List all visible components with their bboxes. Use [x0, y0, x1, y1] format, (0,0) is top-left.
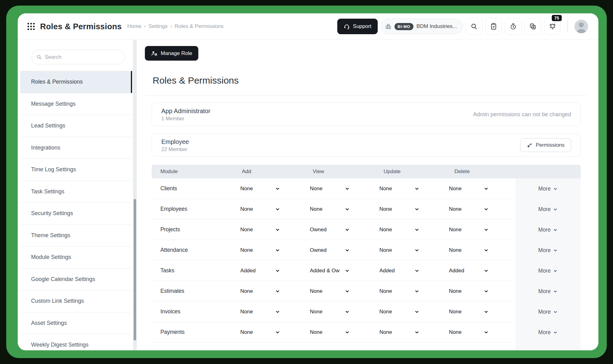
sidebar-item[interactable]: Weekly Digest Settings	[20, 334, 132, 350]
chevron-down-icon	[345, 186, 350, 191]
chevron-down-icon	[414, 248, 419, 253]
tasks-button[interactable]	[485, 18, 502, 35]
app-window: Roles & Permissions HomeSettingsRoles & …	[18, 13, 598, 350]
sidebar-item-label: Module Settings	[31, 254, 71, 260]
chevron-down-icon	[414, 268, 419, 273]
app-grid-icon[interactable]	[27, 22, 35, 30]
sidebar-item[interactable]: Theme Settings	[20, 224, 132, 247]
chevron-down-icon	[414, 227, 419, 232]
sidebar-item[interactable]: Roles & Permissions	[20, 71, 132, 93]
update-permission-select[interactable]: None	[373, 247, 443, 253]
module-name: Projects	[152, 226, 234, 233]
search-input[interactable]	[31, 50, 125, 64]
update-permission-select[interactable]: None	[373, 186, 443, 192]
chevron-down-icon	[275, 207, 280, 212]
add-permission-select[interactable]: None	[234, 247, 304, 253]
breadcrumb-item[interactable]: Settings	[149, 23, 172, 30]
top-bar: Roles & Permissions HomeSettingsRoles & …	[18, 13, 598, 40]
more-button[interactable]: More	[515, 302, 581, 322]
update-permission-select[interactable]: None	[373, 206, 443, 212]
sidebar-item[interactable]: Time Log Settings	[20, 159, 132, 181]
add-permission-select[interactable]: None	[234, 309, 304, 315]
search-button[interactable]	[466, 18, 482, 35]
more-button[interactable]: More	[515, 178, 581, 199]
search-icon	[470, 23, 478, 30]
timer-button[interactable]	[505, 18, 522, 35]
add-permission-select[interactable]: None	[234, 186, 304, 192]
manage-role-button[interactable]: Manage Role	[145, 46, 198, 61]
avatar[interactable]	[574, 20, 588, 33]
chevron-down-icon	[484, 248, 489, 253]
column-header-update: Update	[377, 168, 448, 175]
update-permission-select[interactable]: Added	[373, 268, 443, 274]
sidebar-item-label: Task Settings	[31, 188, 64, 195]
sidebar-item[interactable]: Custom Link Settings	[20, 290, 132, 312]
update-permission-select[interactable]: None	[373, 288, 443, 294]
chevron-down-icon	[484, 330, 489, 335]
sidebar-search	[31, 50, 125, 64]
update-permission-select[interactable]: None	[373, 309, 443, 315]
more-button[interactable]: More	[515, 322, 581, 343]
permissions-table: Module Add View Update Delete Clients No…	[152, 165, 581, 350]
view-permission-select[interactable]: Owned	[304, 227, 373, 233]
delete-permission-select[interactable]: None	[443, 186, 512, 192]
chevron-down-icon	[414, 330, 419, 335]
sidebar-item[interactable]: Integrations	[20, 137, 132, 159]
column-header-module: Module	[152, 168, 236, 175]
delete-permission-select[interactable]: None	[443, 309, 512, 315]
headset-icon	[343, 23, 350, 30]
delete-permission-select[interactable]: Added	[443, 268, 512, 274]
settings-sidebar: Roles & Permissions Message Settings Lea…	[20, 40, 132, 350]
chevron-down-icon	[345, 268, 350, 273]
more-button[interactable]: More	[515, 199, 581, 219]
breadcrumb-item[interactable]: Roles & Permissions	[175, 23, 224, 30]
module-name: Invoices	[152, 308, 234, 315]
view-permission-select[interactable]: Added & Ow	[304, 268, 373, 274]
company-switcher[interactable]: BI-MO BDM Industries...	[380, 19, 463, 34]
view-permission-select[interactable]: None	[304, 309, 373, 315]
chevron-down-icon	[345, 289, 350, 294]
add-permission-select[interactable]: None	[234, 288, 304, 294]
support-button[interactable]: Support	[337, 19, 378, 34]
delete-permission-select[interactable]: None	[443, 329, 512, 335]
add-permission-select[interactable]: None	[234, 227, 304, 233]
more-button[interactable]: More	[515, 281, 581, 302]
view-permission-select[interactable]: None	[304, 206, 373, 212]
sidebar-item[interactable]: Google Calendar Settings	[20, 268, 132, 290]
add-permission-select[interactable]: Added	[234, 268, 304, 274]
sidebar-item[interactable]: Message Settings	[20, 93, 132, 115]
header-divider	[567, 21, 568, 32]
view-permission-select[interactable]: None	[304, 329, 373, 335]
sidebar-item[interactable]: Security Settings	[20, 202, 132, 224]
permissions-button[interactable]: Permissions	[520, 138, 571, 152]
view-permission-select[interactable]: None	[304, 288, 373, 294]
delete-permission-select[interactable]: None	[443, 288, 512, 294]
delete-permission-select[interactable]: None	[443, 206, 512, 212]
more-button[interactable]: More	[515, 219, 581, 240]
update-permission-select[interactable]: None	[373, 329, 443, 335]
duplicate-button[interactable]	[524, 18, 541, 35]
add-permission-select[interactable]: None	[234, 329, 304, 335]
update-permission-select[interactable]: None	[373, 227, 443, 233]
delete-permission-select[interactable]: None	[443, 247, 512, 253]
sidebar-item[interactable]: Lead Settings	[20, 115, 132, 137]
sidebar-item[interactable]: Module Settings	[20, 246, 132, 268]
view-permission-select[interactable]: Owned	[304, 247, 373, 253]
more-button[interactable]: More	[515, 260, 581, 281]
company-name: BDM Industries...	[417, 23, 457, 30]
role-name: App Administrator	[161, 108, 210, 115]
chevron-down-icon	[414, 186, 419, 191]
view-permission-select[interactable]: None	[304, 186, 373, 192]
role-member-count: 22 Member	[161, 146, 189, 152]
sidebar-item-label: Asset Settings	[31, 320, 67, 326]
role-name: Employee	[161, 138, 189, 145]
sidebar-scrollbar-thumb[interactable]	[134, 199, 136, 340]
sidebar-item[interactable]: Asset Settings	[20, 312, 132, 334]
breadcrumb-item[interactable]: Home	[127, 23, 145, 30]
notifications-button[interactable]: 75	[544, 18, 561, 35]
add-permission-select[interactable]: None	[234, 206, 304, 212]
more-button[interactable]: More	[515, 240, 581, 260]
search-icon	[36, 54, 42, 60]
sidebar-item[interactable]: Task Settings	[20, 181, 132, 203]
delete-permission-select[interactable]: None	[443, 227, 512, 233]
